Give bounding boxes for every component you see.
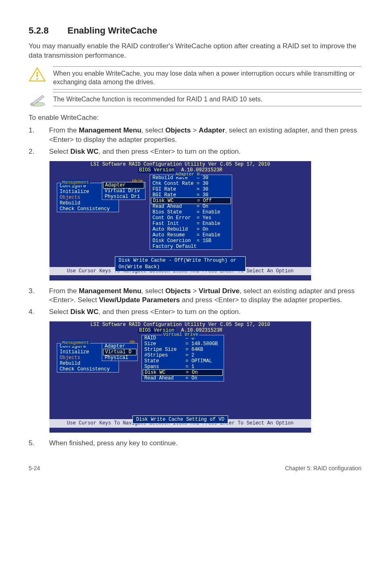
virtual-drive-panel[interactable]: Virtual Drive RAID = 0 Size = 148.580GB … [141, 335, 224, 382]
vd-row[interactable]: Spans = 1 [142, 364, 224, 370]
info-text: The WriteCache function is recommended f… [53, 92, 361, 107]
section-number: 5.2.8 [29, 25, 67, 37]
section-heading: 5.2.8Enabling WriteCache [29, 25, 361, 37]
menu-item-rebuild[interactable]: Rebuild [57, 200, 119, 206]
status-bar: Disk Write Cache - Off(Write Through) or… [115, 256, 246, 271]
adapter-panel-label: Adapter 0 [175, 171, 200, 177]
step-body: From the Management Menu, select Objects… [49, 287, 361, 305]
adapter-row[interactable]: Disk Coercion = 1GB [150, 238, 232, 244]
adapter-row[interactable]: Auto Rebuild = On [150, 227, 232, 232]
submenu-physical[interactable]: Physical [102, 355, 137, 361]
step-body: When finished, press any key to continue… [49, 439, 361, 448]
warning-note: When you enable WriteCache, you may lose… [29, 66, 361, 90]
step-number: 4. [29, 307, 49, 317]
svg-point-2 [36, 78, 38, 80]
adapter-row[interactable]: Chk Const Rate = 30 [150, 181, 232, 186]
adapter-row[interactable]: Read Ahead = On [150, 204, 232, 209]
objects-submenu-panel[interactable]: Adapter Virtual D Physical [102, 343, 138, 361]
section-title: Enabling WriteCache [67, 25, 157, 36]
to-enable-label: To enable WriteCache: [29, 113, 361, 123]
step-2: 2. Select Disk WC, and then press <Enter… [29, 147, 361, 157]
management-menu-label: Management [61, 340, 90, 346]
vd-row[interactable]: State = OPTIMAL [142, 358, 224, 364]
step-number: 3. [29, 287, 49, 305]
step-1: 1. From the Management Menu, select Obje… [29, 126, 361, 145]
warning-icon [29, 66, 53, 83]
step-body: Select Disk WC, and then press <Enter> t… [49, 147, 361, 157]
steps-list-final: 5. When finished, press any key to conti… [29, 439, 361, 448]
status-bar: Disk Write Cache Setting of VD [132, 415, 228, 424]
vd-row[interactable]: #Stripes = 2 [142, 352, 224, 358]
adapter-properties-panel[interactable]: Adapter 0 Rebuild Rate = 30 Chk Const Ra… [150, 175, 232, 250]
step-body: Select Disk WC, and then press <Enter> t… [49, 307, 361, 317]
adapter-row[interactable]: BGI Rate = 30 [150, 192, 232, 198]
step-3: 3. From the Management Menu, select Obje… [29, 287, 361, 305]
bios-title: LSI Software RAID Configuration Utility … [49, 161, 311, 167]
adapter-row[interactable]: FGI Rate = 30 [150, 186, 232, 192]
bios-title: LSI Software RAID Configuration Utility … [49, 321, 311, 328]
bios-screenshot-virtual-drive: LSI Software RAID Configuration Utility … [49, 321, 312, 433]
bios-version-label: BIOS Version [138, 167, 175, 173]
step-number: 1. [29, 126, 49, 145]
info-note: The WriteCache function is recommended f… [29, 92, 361, 107]
steps-list-continued: 3. From the Management Menu, select Obje… [29, 287, 361, 317]
vd-row[interactable]: Size = 148.580GB [142, 341, 224, 347]
step-body: From the Management Menu, select Objects… [49, 126, 361, 145]
menu-item-check-consistency[interactable]: Check Consistency [57, 366, 119, 372]
adapter-row[interactable]: Auto Resume = Enable [150, 232, 232, 238]
adapter-row[interactable]: Factory Default [150, 244, 232, 249]
submenu-virtual-drive[interactable]: Virtual Driv [102, 188, 145, 194]
vd-row-disk-wc[interactable]: Disk WC = On [143, 369, 223, 376]
submenu-adapter[interactable]: Adapter [103, 182, 144, 189]
adapter-row[interactable]: Fast Init = Enable [150, 221, 232, 227]
pencil-icon [29, 92, 53, 107]
warning-text: When you enable WriteCache, you may lose… [53, 66, 361, 90]
menu-item-check-consistency[interactable]: Check Consistency [57, 206, 119, 212]
step-number: 5. [29, 439, 49, 448]
step-5: 5. When finished, press any key to conti… [29, 439, 361, 448]
footer-page-number: 5-24 [29, 465, 40, 472]
adapter-row[interactable]: Cont On Error = Yes [150, 215, 232, 221]
intro-paragraph: You may manually enable the RAID control… [29, 42, 361, 61]
steps-list: 1. From the Management Menu, select Obje… [29, 126, 361, 157]
vd-row[interactable]: Read Ahead = On [142, 375, 224, 381]
step-number: 2. [29, 147, 49, 157]
vd-row[interactable]: Stripe Size = 64KB [142, 347, 224, 352]
submenu-adapter[interactable]: Adapter [102, 343, 137, 349]
management-menu-label: Management [61, 180, 90, 186]
objects-submenu-panel[interactable]: Adapter Virtual Driv Physical Dri [102, 182, 146, 200]
footer-chapter: Chapter 5: RAID configuration [285, 465, 361, 472]
virtual-drive-panel-label: Virtual Drive [162, 332, 199, 338]
page-footer: 5-24 Chapter 5: RAID configuration [29, 465, 361, 472]
menu-item-rebuild[interactable]: Rebuild [57, 361, 119, 366]
adapter-row-disk-wc[interactable]: Disk WC = Off [151, 197, 231, 204]
submenu-physical-drive[interactable]: Physical Dri [102, 194, 145, 200]
adapter-row[interactable]: Bios State = Enable [150, 209, 232, 215]
bios-screenshot-adapter: LSI Software RAID Configuration Utility … [49, 161, 312, 281]
submenu-virtual-drive[interactable]: Virtual D [103, 349, 137, 355]
step-4: 4. Select Disk WC, and then press <Enter… [29, 307, 361, 317]
